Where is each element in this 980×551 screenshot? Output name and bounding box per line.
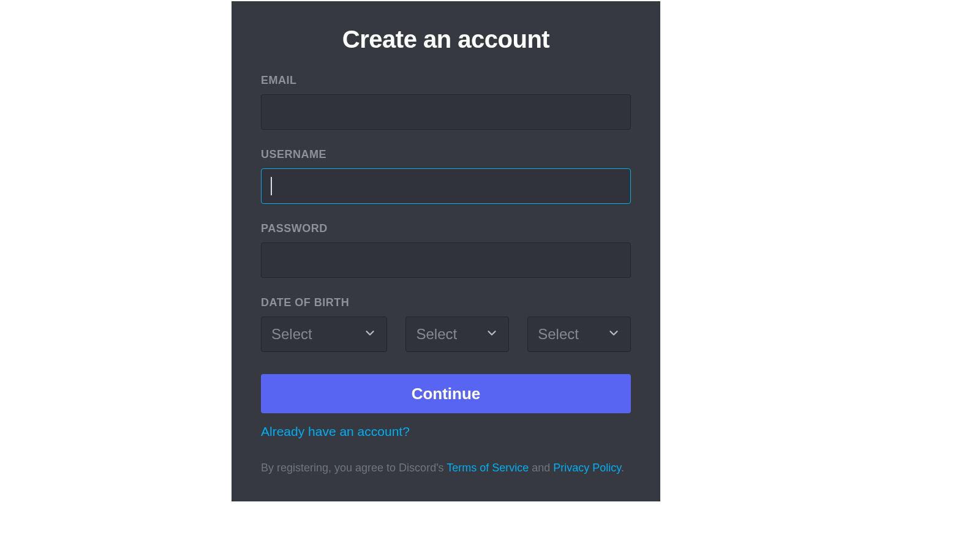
- dob-label: DATE OF BIRTH: [261, 296, 631, 309]
- terms-suffix: .: [621, 462, 624, 474]
- terms-text: By registering, you agree to Discord's T…: [261, 460, 631, 476]
- username-label: USERNAME: [261, 148, 631, 161]
- privacy-policy-link[interactable]: Privacy Policy: [553, 462, 621, 474]
- dob-year-placeholder: Select: [538, 326, 579, 343]
- email-field-group: EMAIL: [261, 74, 631, 130]
- terms-of-service-link[interactable]: Terms of Service: [447, 462, 529, 474]
- page-title: Create an account: [261, 26, 631, 53]
- continue-button[interactable]: Continue: [261, 374, 631, 413]
- password-label: PASSWORD: [261, 222, 631, 235]
- already-have-account-link[interactable]: Already have an account?: [261, 424, 410, 439]
- dob-year-select[interactable]: Select: [527, 317, 631, 352]
- username-input[interactable]: [261, 168, 631, 204]
- register-panel: Create an account EMAIL USERNAME PASSWOR…: [232, 1, 660, 501]
- terms-and: and: [529, 462, 553, 474]
- dob-month-select[interactable]: Select: [261, 317, 387, 352]
- terms-prefix: By registering, you agree to Discord's: [261, 462, 447, 474]
- dob-row: Select Select Select: [261, 317, 631, 352]
- dob-day-select[interactable]: Select: [405, 317, 509, 352]
- chevron-down-icon: [485, 326, 499, 342]
- password-input[interactable]: [261, 242, 631, 278]
- chevron-down-icon: [363, 326, 377, 342]
- username-field-group: USERNAME: [261, 148, 631, 204]
- dob-day-placeholder: Select: [416, 326, 457, 343]
- email-input[interactable]: [261, 94, 631, 130]
- chevron-down-icon: [607, 326, 620, 342]
- dob-month-placeholder: Select: [271, 326, 312, 343]
- dob-field-group: DATE OF BIRTH Select Select Select: [261, 296, 631, 352]
- email-label: EMAIL: [261, 74, 631, 87]
- password-field-group: PASSWORD: [261, 222, 631, 278]
